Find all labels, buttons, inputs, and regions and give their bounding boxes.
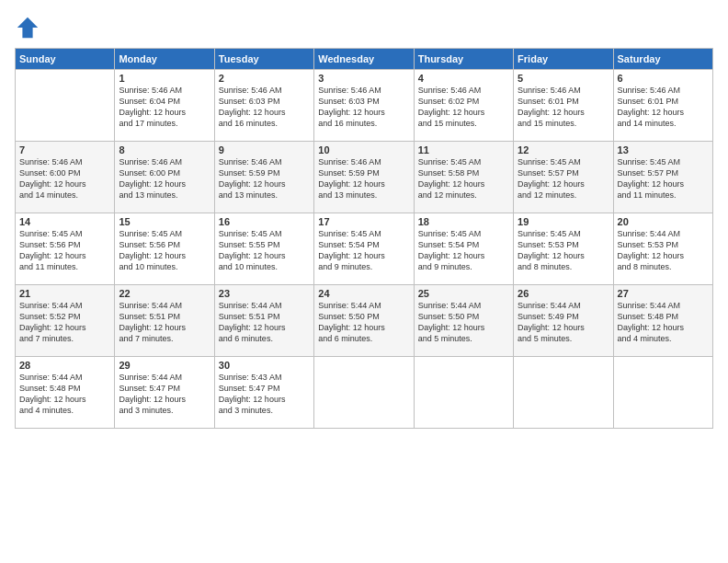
- cell-4-1: 29Sunrise: 5:44 AM Sunset: 5:47 PM Dayli…: [115, 357, 214, 429]
- cell-data: Sunrise: 5:45 AM Sunset: 5:54 PM Dayligh…: [418, 228, 509, 273]
- cell-data: Sunrise: 5:45 AM Sunset: 5:58 PM Dayligh…: [418, 156, 509, 201]
- day-number: 9: [219, 144, 310, 155]
- day-number: 24: [318, 288, 409, 299]
- day-number: 26: [518, 288, 609, 299]
- day-number: 19: [518, 216, 609, 227]
- day-number: 6: [618, 73, 709, 84]
- cell-4-3: [314, 357, 414, 429]
- cell-data: Sunrise: 5:46 AM Sunset: 5:59 PM Dayligh…: [318, 156, 409, 201]
- day-number: 13: [618, 144, 709, 155]
- cell-3-2: 23Sunrise: 5:44 AM Sunset: 5:51 PM Dayli…: [214, 285, 313, 357]
- cell-1-2: 9Sunrise: 5:46 AM Sunset: 5:59 PM Daylig…: [214, 142, 313, 213]
- day-number: 14: [19, 216, 110, 227]
- cell-data: Sunrise: 5:46 AM Sunset: 6:04 PM Dayligh…: [119, 85, 210, 130]
- day-number: 23: [219, 288, 310, 299]
- week-row-3: 21Sunrise: 5:44 AM Sunset: 5:52 PM Dayli…: [16, 285, 713, 357]
- cell-data: Sunrise: 5:44 AM Sunset: 5:51 PM Dayligh…: [119, 300, 210, 345]
- header-cell-monday: Monday: [115, 49, 214, 70]
- day-number: 17: [318, 216, 409, 227]
- day-number: 28: [19, 360, 110, 371]
- cell-2-0: 14Sunrise: 5:45 AM Sunset: 5:56 PM Dayli…: [16, 213, 115, 285]
- svg-marker-0: [17, 17, 38, 38]
- cell-4-2: 30Sunrise: 5:43 AM Sunset: 5:47 PM Dayli…: [214, 357, 313, 429]
- week-row-1: 7Sunrise: 5:46 AM Sunset: 6:00 PM Daylig…: [16, 142, 713, 213]
- day-number: 1: [119, 73, 210, 84]
- logo: [15, 15, 42, 40]
- cell-1-5: 12Sunrise: 5:45 AM Sunset: 5:57 PM Dayli…: [514, 142, 613, 213]
- header: [15, 11, 713, 40]
- cell-data: Sunrise: 5:45 AM Sunset: 5:53 PM Dayligh…: [518, 228, 609, 273]
- cell-0-4: 4Sunrise: 5:46 AM Sunset: 6:02 PM Daylig…: [414, 70, 513, 142]
- day-number: 10: [318, 144, 409, 155]
- cell-data: Sunrise: 5:45 AM Sunset: 5:56 PM Dayligh…: [119, 228, 210, 273]
- logo-icon: [15, 15, 40, 40]
- cell-4-4: [414, 357, 513, 429]
- cell-4-5: [514, 357, 613, 429]
- day-number: 18: [418, 216, 509, 227]
- cell-data: Sunrise: 5:44 AM Sunset: 5:52 PM Dayligh…: [19, 300, 110, 345]
- cell-3-6: 27Sunrise: 5:44 AM Sunset: 5:48 PM Dayli…: [613, 285, 712, 357]
- cell-1-6: 13Sunrise: 5:45 AM Sunset: 5:57 PM Dayli…: [613, 142, 712, 213]
- day-number: 16: [219, 216, 310, 227]
- day-number: 4: [418, 73, 509, 84]
- calendar-table: SundayMondayTuesdayWednesdayThursdayFrid…: [15, 48, 713, 429]
- cell-2-5: 19Sunrise: 5:45 AM Sunset: 5:53 PM Dayli…: [514, 213, 613, 285]
- cell-data: Sunrise: 5:43 AM Sunset: 5:47 PM Dayligh…: [219, 372, 310, 417]
- day-number: 20: [618, 216, 709, 227]
- cell-1-4: 11Sunrise: 5:45 AM Sunset: 5:58 PM Dayli…: [414, 142, 513, 213]
- cell-data: Sunrise: 5:46 AM Sunset: 6:03 PM Dayligh…: [219, 85, 310, 130]
- cell-data: Sunrise: 5:46 AM Sunset: 6:00 PM Dayligh…: [119, 156, 210, 201]
- day-number: 11: [418, 144, 509, 155]
- day-number: 7: [19, 144, 110, 155]
- cell-data: Sunrise: 5:46 AM Sunset: 5:59 PM Dayligh…: [219, 156, 310, 201]
- cell-data: Sunrise: 5:45 AM Sunset: 5:57 PM Dayligh…: [518, 156, 609, 201]
- day-number: 27: [618, 288, 709, 299]
- cell-data: Sunrise: 5:44 AM Sunset: 5:48 PM Dayligh…: [618, 300, 709, 345]
- cell-3-4: 25Sunrise: 5:44 AM Sunset: 5:50 PM Dayli…: [414, 285, 513, 357]
- day-number: 30: [219, 360, 310, 371]
- header-cell-saturday: Saturday: [613, 49, 712, 70]
- header-cell-thursday: Thursday: [414, 49, 513, 70]
- header-cell-sunday: Sunday: [16, 49, 115, 70]
- day-number: 25: [418, 288, 509, 299]
- cell-data: Sunrise: 5:44 AM Sunset: 5:51 PM Dayligh…: [219, 300, 310, 345]
- day-number: 5: [518, 73, 609, 84]
- cell-data: Sunrise: 5:46 AM Sunset: 6:02 PM Dayligh…: [418, 85, 509, 130]
- cell-data: Sunrise: 5:44 AM Sunset: 5:47 PM Dayligh…: [119, 372, 210, 417]
- cell-3-5: 26Sunrise: 5:44 AM Sunset: 5:49 PM Dayli…: [514, 285, 613, 357]
- day-number: 21: [19, 288, 110, 299]
- cell-2-6: 20Sunrise: 5:44 AM Sunset: 5:53 PM Dayli…: [613, 213, 712, 285]
- cell-0-3: 3Sunrise: 5:46 AM Sunset: 6:03 PM Daylig…: [314, 70, 414, 142]
- day-number: 12: [518, 144, 609, 155]
- week-row-2: 14Sunrise: 5:45 AM Sunset: 5:56 PM Dayli…: [16, 213, 713, 285]
- cell-data: Sunrise: 5:46 AM Sunset: 6:01 PM Dayligh…: [518, 85, 609, 130]
- cell-1-0: 7Sunrise: 5:46 AM Sunset: 6:00 PM Daylig…: [16, 142, 115, 213]
- cell-0-2: 2Sunrise: 5:46 AM Sunset: 6:03 PM Daylig…: [214, 70, 313, 142]
- cell-data: Sunrise: 5:45 AM Sunset: 5:55 PM Dayligh…: [219, 228, 310, 273]
- cell-4-6: [613, 357, 712, 429]
- day-number: 3: [318, 73, 409, 84]
- cell-4-0: 28Sunrise: 5:44 AM Sunset: 5:48 PM Dayli…: [16, 357, 115, 429]
- cell-0-5: 5Sunrise: 5:46 AM Sunset: 6:01 PM Daylig…: [514, 70, 613, 142]
- cell-data: Sunrise: 5:45 AM Sunset: 5:54 PM Dayligh…: [318, 228, 409, 273]
- cell-0-1: 1Sunrise: 5:46 AM Sunset: 6:04 PM Daylig…: [115, 70, 214, 142]
- cell-data: Sunrise: 5:46 AM Sunset: 6:03 PM Dayligh…: [318, 85, 409, 130]
- cell-0-6: 6Sunrise: 5:46 AM Sunset: 6:01 PM Daylig…: [613, 70, 712, 142]
- week-row-4: 28Sunrise: 5:44 AM Sunset: 5:48 PM Dayli…: [16, 357, 713, 429]
- cell-data: Sunrise: 5:45 AM Sunset: 5:56 PM Dayligh…: [19, 228, 110, 273]
- cell-2-3: 17Sunrise: 5:45 AM Sunset: 5:54 PM Dayli…: [314, 213, 414, 285]
- cell-data: Sunrise: 5:44 AM Sunset: 5:48 PM Dayligh…: [19, 372, 110, 417]
- cell-data: Sunrise: 5:44 AM Sunset: 5:53 PM Dayligh…: [618, 228, 709, 273]
- day-number: 15: [119, 216, 210, 227]
- cell-data: Sunrise: 5:46 AM Sunset: 6:01 PM Dayligh…: [618, 85, 709, 130]
- cell-data: Sunrise: 5:46 AM Sunset: 6:00 PM Dayligh…: [19, 156, 110, 201]
- cell-data: Sunrise: 5:45 AM Sunset: 5:57 PM Dayligh…: [618, 156, 709, 201]
- cell-1-1: 8Sunrise: 5:46 AM Sunset: 6:00 PM Daylig…: [115, 142, 214, 213]
- week-row-0: 1Sunrise: 5:46 AM Sunset: 6:04 PM Daylig…: [16, 70, 713, 142]
- cell-data: Sunrise: 5:44 AM Sunset: 5:50 PM Dayligh…: [318, 300, 409, 345]
- cell-1-3: 10Sunrise: 5:46 AM Sunset: 5:59 PM Dayli…: [314, 142, 414, 213]
- day-number: 8: [119, 144, 210, 155]
- day-number: 29: [119, 360, 210, 371]
- cell-data: Sunrise: 5:44 AM Sunset: 5:50 PM Dayligh…: [418, 300, 509, 345]
- cell-3-1: 22Sunrise: 5:44 AM Sunset: 5:51 PM Dayli…: [115, 285, 214, 357]
